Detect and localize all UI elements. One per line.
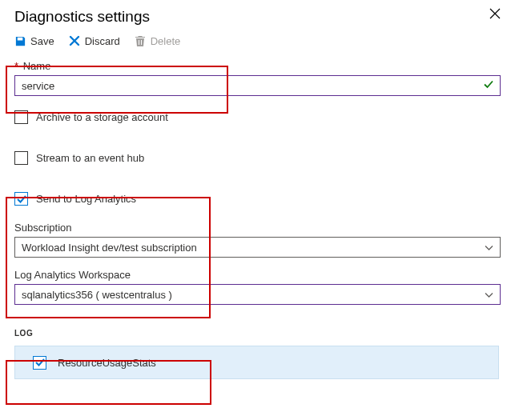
subscription-label: Subscription [14,222,501,234]
toolbar: Save Discard Delete [0,30,515,55]
workspace-label: Log Analytics Workspace [14,269,501,281]
save-button[interactable]: Save [14,35,54,47]
log-item-label: ResourceUsageStats [58,357,156,369]
workspace-select[interactable]: sqlanalytics356 ( westcentralus ) [14,284,501,305]
content-area: * Name Archive to a storage account Stre… [0,60,515,379]
name-input[interactable] [14,75,501,96]
close-button[interactable] [489,8,501,22]
subscription-value: Workload Insight dev/test subscription [22,242,197,254]
save-label: Save [30,35,54,47]
workspace-field: Log Analytics Workspace sqlanalytics356 … [14,269,501,305]
checkmark-icon [483,79,494,93]
discard-icon [69,35,81,47]
save-icon [14,35,26,47]
log-analytics-checkbox[interactable] [14,192,28,206]
chevron-down-icon [485,242,493,254]
stream-checkbox[interactable] [14,151,28,165]
workspace-value: sqlanalytics356 ( westcentralus ) [22,289,172,301]
close-icon [489,8,501,19]
log-item-row[interactable]: ResourceUsageStats [14,346,499,379]
name-input-wrap [14,75,501,96]
subscription-select[interactable]: Workload Insight dev/test subscription [14,237,501,258]
archive-option[interactable]: Archive to a storage account [14,110,501,124]
discard-label: Discard [85,35,120,47]
panel-header: Diagnostics settings [0,0,515,30]
name-field-group: * Name [14,60,501,96]
discard-button[interactable]: Discard [69,35,120,47]
log-analytics-option[interactable]: Send to Log Analytics [14,192,501,206]
required-indicator: * [14,60,18,72]
delete-icon [135,35,147,47]
stream-label: Stream to an event hub [36,152,144,164]
name-label-row: * Name [14,60,501,72]
log-item-checkbox[interactable] [33,356,46,370]
archive-label: Archive to a storage account [36,111,168,123]
name-label: Name [23,60,51,72]
archive-checkbox[interactable] [14,110,28,124]
delete-button: Delete [135,35,181,47]
panel-title: Diagnostics settings [14,8,150,26]
chevron-down-icon [485,289,493,301]
stream-option[interactable]: Stream to an event hub [14,151,501,165]
log-analytics-label: Send to Log Analytics [36,193,136,205]
log-section-header: LOG [14,329,501,338]
delete-label: Delete [151,35,181,47]
subscription-field: Subscription Workload Insight dev/test s… [14,222,501,258]
